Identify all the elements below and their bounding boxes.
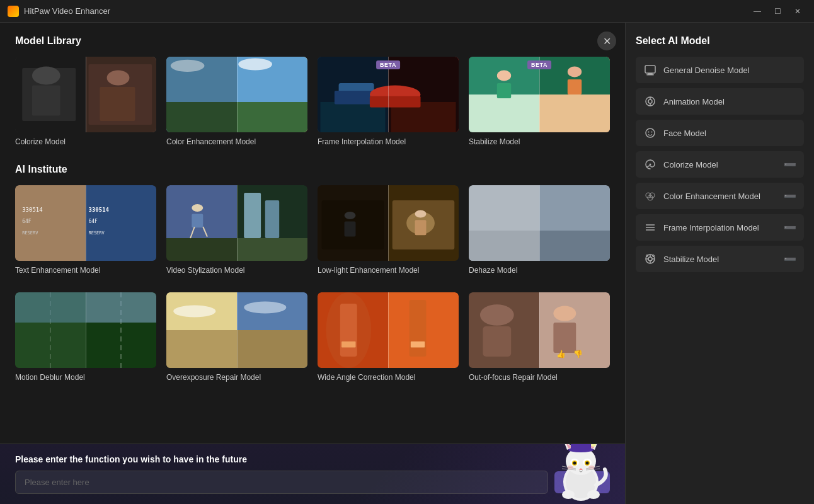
svg-point-15 xyxy=(238,58,272,70)
lowlight-thumb xyxy=(318,185,459,261)
bottom-bar: Please enter the function you wish to ha… xyxy=(0,444,625,504)
svg-rect-13 xyxy=(237,102,307,132)
svg-rect-78 xyxy=(237,330,307,368)
svg-rect-49 xyxy=(265,200,279,238)
model-card-color-enhance[interactable]: Color Enhancement Model xyxy=(166,57,307,146)
animation-label: Animation Model xyxy=(663,97,796,106)
wideangle-thumb xyxy=(318,292,459,368)
frame-interp-thumb: BETA xyxy=(318,57,459,132)
frame-interp-sidebar-icon xyxy=(643,220,657,234)
colorize-thumb xyxy=(15,57,156,132)
ai-institute-title: AI Institute xyxy=(15,164,610,175)
general-denoise-label: General Denoise Model xyxy=(663,66,796,75)
model-library-section: Model Library xyxy=(15,35,610,146)
ai-institute-grid-2: Motion Deblur Model xyxy=(15,292,610,382)
model-card-wideangle[interactable]: Wide Angle Correction Model xyxy=(318,292,459,382)
sidebar-item-animation[interactable]: Animation Model xyxy=(636,88,804,115)
input-row: Submit xyxy=(15,471,610,494)
close-window-button[interactable]: ✕ xyxy=(789,5,806,18)
svg-rect-25 xyxy=(469,94,539,132)
titlebar-left: HitPaw Video Enhancer xyxy=(8,6,110,17)
svg-point-44 xyxy=(192,204,203,212)
app-icon xyxy=(8,6,19,17)
sidebar-item-frame-interp[interactable]: Frame Interpolation Model ➖ xyxy=(636,214,804,241)
model-card-lowlight[interactable]: Low-light Enhancement Model xyxy=(318,185,459,275)
model-card-deblur[interactable]: Motion Deblur Model xyxy=(15,292,156,382)
model-card-overexposure[interactable]: Overexposure Repair Model xyxy=(166,292,307,382)
remove-color-enhance-icon[interactable]: ➖ xyxy=(784,190,796,202)
svg-rect-84 xyxy=(340,304,357,357)
frame-interp-label: Frame Interpolation Model xyxy=(318,137,459,146)
sidebar-item-face[interactable]: Face Model xyxy=(636,120,804,146)
video-stylize-thumb xyxy=(166,185,307,261)
model-card-frame-interp[interactable]: BETA xyxy=(318,57,459,146)
model-card-dehaze[interactable]: Dehaze Model xyxy=(469,185,610,275)
svg-point-30 xyxy=(568,67,582,77)
svg-text:64F: 64F xyxy=(88,219,98,224)
svg-point-121 xyxy=(562,490,575,499)
sidebar-item-general-denoise[interactable]: General Denoise Model xyxy=(636,57,804,83)
sidebar-item-colorize[interactable]: Colorize Model ➖ xyxy=(636,151,804,178)
svg-rect-89 xyxy=(411,341,425,348)
svg-point-55 xyxy=(345,212,356,219)
svg-rect-86 xyxy=(341,341,355,348)
titlebar: HitPaw Video Enhancer — ☐ ✕ xyxy=(0,0,814,23)
left-content: ✕ Model Library xyxy=(0,23,625,504)
svg-point-130 xyxy=(646,129,655,137)
restore-button[interactable]: ☐ xyxy=(769,5,786,18)
model-card-stabilize[interactable]: BETA xyxy=(469,57,610,146)
face-label: Face Model xyxy=(663,129,796,138)
frame-interp-beta-badge: BETA xyxy=(376,60,400,69)
svg-point-131 xyxy=(648,132,650,133)
general-denoise-icon xyxy=(643,63,657,77)
model-card-colorize[interactable]: Colorize Model xyxy=(15,57,156,146)
svg-rect-125 xyxy=(646,74,654,76)
stabilize-sidebar-icon xyxy=(643,252,657,266)
color-enhance-sidebar-icon xyxy=(643,189,657,203)
svg-rect-7 xyxy=(100,87,135,121)
minimize-button[interactable]: — xyxy=(748,5,766,18)
overexposure-thumb xyxy=(166,292,307,368)
titlebar-controls: — ☐ ✕ xyxy=(748,5,806,18)
colorize-label: Colorize Model xyxy=(15,137,156,146)
wideangle-label: Wide Angle Correction Model xyxy=(318,373,459,382)
svg-text:RESERV: RESERV xyxy=(22,231,38,236)
face-icon xyxy=(643,126,657,140)
suggestion-input[interactable] xyxy=(15,471,548,494)
sidebar-item-color-enhance[interactable]: Color Enhancement Model ➖ xyxy=(636,183,804,209)
text-enhance-thumb: 330514 64F RESERV 330514 64F RESERV xyxy=(15,185,156,261)
color-enhance-sidebar-label: Color Enhancement Model xyxy=(663,192,777,201)
svg-text:330514: 330514 xyxy=(22,207,43,213)
dialog-close-button[interactable]: ✕ xyxy=(597,32,616,50)
dehaze-thumb xyxy=(469,185,610,261)
lowlight-label: Low-light Enhancement Model xyxy=(318,266,459,275)
svg-point-132 xyxy=(651,132,653,133)
colorize-sidebar-label: Colorize Model xyxy=(663,160,777,169)
svg-point-122 xyxy=(587,490,600,499)
svg-rect-23 xyxy=(370,96,421,107)
svg-point-112 xyxy=(573,462,576,465)
stabilize-label: Stabilize Model xyxy=(469,137,610,146)
remove-stabilize-icon[interactable]: ➖ xyxy=(784,253,796,265)
color-enhance-label: Color Enhancement Model xyxy=(166,137,307,146)
model-card-outoffocus[interactable]: 👍 👎 Out-of-focus Repair Model xyxy=(469,292,610,382)
colorize-sidebar-icon xyxy=(643,158,657,171)
svg-rect-76 xyxy=(166,330,237,368)
svg-rect-29 xyxy=(497,83,511,98)
bottom-bar-title: Please enter the function you wish to ha… xyxy=(15,454,610,464)
outoffocus-thumb: 👍 👎 xyxy=(469,292,610,368)
svg-rect-61 xyxy=(469,231,539,261)
svg-rect-87 xyxy=(410,300,427,357)
model-card-video-stylize[interactable]: Video Stylization Model xyxy=(166,185,307,275)
svg-point-113 xyxy=(586,462,589,465)
svg-point-79 xyxy=(173,305,215,317)
text-enhance-label: Text Enhancement Model xyxy=(15,266,156,275)
model-library-scroll[interactable]: Model Library xyxy=(0,23,625,444)
remove-colorize-icon[interactable]: ➖ xyxy=(784,159,796,171)
svg-rect-63 xyxy=(539,231,610,261)
svg-point-28 xyxy=(497,71,511,81)
model-card-text-enhance[interactable]: 330514 64F RESERV 330514 64F RESERV Text… xyxy=(15,185,156,275)
sidebar-item-stabilize[interactable]: Stabilize Model ➖ xyxy=(636,246,804,272)
remove-frame-interp-icon[interactable]: ➖ xyxy=(784,222,796,234)
svg-point-80 xyxy=(244,301,286,313)
